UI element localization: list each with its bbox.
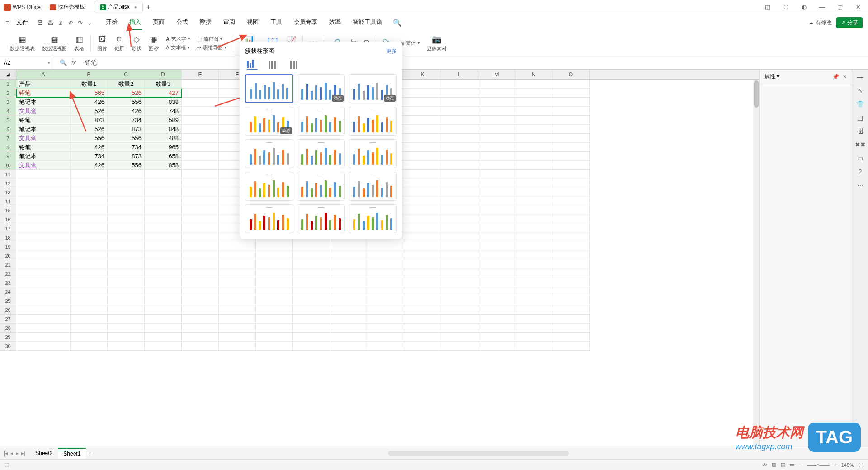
- cell-A24[interactable]: [16, 287, 71, 296]
- col-header-D[interactable]: D: [145, 70, 182, 79]
- col-header-N[interactable]: N: [515, 70, 552, 79]
- cell-O6[interactable]: [552, 125, 590, 134]
- cell-E9[interactable]: [182, 152, 219, 161]
- cell-G25[interactable]: [256, 296, 293, 306]
- cell-G23[interactable]: [256, 278, 293, 287]
- cell-O5[interactable]: [552, 116, 590, 125]
- cell-D26[interactable]: [145, 306, 182, 315]
- cell-C29[interactable]: [108, 333, 145, 342]
- menu-item-公式[interactable]: 公式: [175, 15, 189, 30]
- row-header-17[interactable]: 17: [0, 224, 16, 233]
- row-header-21[interactable]: 21: [0, 260, 16, 269]
- col-header-L[interactable]: L: [441, 70, 478, 79]
- cell-E28[interactable]: [182, 324, 219, 333]
- cell-E14[interactable]: [182, 197, 219, 206]
- cell-L17[interactable]: [441, 224, 478, 233]
- cell-J26[interactable]: [367, 306, 404, 315]
- cell-E29[interactable]: [182, 333, 219, 342]
- cell-O7[interactable]: [552, 134, 590, 143]
- row-header-10[interactable]: 10: [0, 161, 16, 170]
- cell-A27[interactable]: [16, 315, 71, 324]
- print-icon[interactable]: 🖶: [47, 19, 53, 26]
- cell-K11[interactable]: [404, 170, 441, 179]
- chart-thumb-9[interactable]: ——: [245, 172, 293, 201]
- cell-C5[interactable]: 734: [108, 116, 145, 125]
- cell-E21[interactable]: [182, 260, 219, 269]
- cell-K4[interactable]: [404, 107, 441, 116]
- cell-K29[interactable]: [404, 333, 441, 342]
- cell-K6[interactable]: [404, 125, 441, 134]
- cell-G24[interactable]: [256, 287, 293, 296]
- cell-N8[interactable]: [515, 143, 552, 152]
- cell-A20[interactable]: [16, 251, 71, 260]
- view-page-icon[interactable]: ▤: [781, 462, 785, 468]
- cell-K12[interactable]: [404, 179, 441, 188]
- cell-D2[interactable]: 427: [145, 89, 182, 98]
- cell-C6[interactable]: 873: [108, 125, 145, 134]
- status-mode-icon[interactable]: ⬚: [5, 462, 9, 468]
- cell-D19[interactable]: [145, 242, 182, 251]
- cell-O8[interactable]: [552, 143, 590, 152]
- cell-K3[interactable]: [404, 98, 441, 107]
- row-header-22[interactable]: 22: [0, 269, 16, 278]
- cell-A3[interactable]: 笔记本: [16, 98, 71, 107]
- cell-K10[interactable]: [404, 161, 441, 170]
- cell-M2[interactable]: [478, 89, 515, 98]
- cell-N7[interactable]: [515, 134, 552, 143]
- row-header-11[interactable]: 11: [0, 170, 16, 179]
- zoom-in[interactable]: +: [834, 462, 836, 468]
- row-header-16[interactable]: 16: [0, 215, 16, 224]
- cell-B10[interactable]: 426: [71, 161, 108, 170]
- cell-F25[interactable]: [219, 296, 256, 306]
- table-button[interactable]: ▥表格: [71, 34, 87, 52]
- cell-O30[interactable]: [552, 342, 590, 351]
- cell-L15[interactable]: [441, 206, 478, 215]
- zoom-slider[interactable]: ——○——: [807, 462, 830, 468]
- pivot-table-button[interactable]: ▦数据透视表: [7, 34, 38, 52]
- cell-E27[interactable]: [182, 315, 219, 324]
- cell-E6[interactable]: [182, 125, 219, 134]
- cell-C9[interactable]: 873: [108, 152, 145, 161]
- redo-icon[interactable]: ↷: [78, 19, 83, 26]
- modify-status[interactable]: ☁ 有修改: [808, 19, 832, 27]
- cell-I19[interactable]: [330, 242, 367, 251]
- cell-B11[interactable]: [71, 170, 108, 179]
- cell-E30[interactable]: [182, 342, 219, 351]
- fx-icon[interactable]: fx: [71, 59, 76, 66]
- chart-thumb-13[interactable]: ——: [297, 204, 345, 233]
- cell-C28[interactable]: [108, 324, 145, 333]
- cell-C16[interactable]: [108, 215, 145, 224]
- avatar-icon[interactable]: ◐: [797, 4, 810, 10]
- cell-L1[interactable]: [441, 80, 478, 89]
- cube-icon[interactable]: ⬡: [779, 4, 792, 10]
- col-header-C[interactable]: C: [108, 70, 145, 79]
- minimize-button[interactable]: —: [816, 4, 828, 10]
- chart-thumb-11[interactable]: ——: [349, 172, 397, 201]
- row-header-7[interactable]: 7: [0, 134, 16, 143]
- cell-M29[interactable]: [478, 333, 515, 342]
- cell-M30[interactable]: [478, 342, 515, 351]
- cell-C7[interactable]: 556: [108, 134, 145, 143]
- menu-item-视图[interactable]: 视图: [246, 15, 259, 30]
- cell-B17[interactable]: [71, 224, 108, 233]
- cell-E11[interactable]: [182, 170, 219, 179]
- cell-B26[interactable]: [71, 306, 108, 315]
- cell-K14[interactable]: [404, 197, 441, 206]
- cell-G20[interactable]: [256, 251, 293, 260]
- cell-B19[interactable]: [71, 242, 108, 251]
- menu-item-审阅[interactable]: 审阅: [222, 15, 236, 30]
- cell-L26[interactable]: [441, 306, 478, 315]
- row-header-24[interactable]: 24: [0, 287, 16, 296]
- cell-N11[interactable]: [515, 170, 552, 179]
- cell-D29[interactable]: [145, 333, 182, 342]
- cell-A25[interactable]: [16, 296, 71, 306]
- select-all-corner[interactable]: ◢: [0, 70, 16, 79]
- cell-K27[interactable]: [404, 315, 441, 324]
- sheet-last-icon[interactable]: ▸|: [21, 450, 25, 456]
- cell-B14[interactable]: [71, 197, 108, 206]
- cell-M12[interactable]: [478, 179, 515, 188]
- cell-F26[interactable]: [219, 306, 256, 315]
- cell-K17[interactable]: [404, 224, 441, 233]
- cell-O18[interactable]: [552, 233, 590, 242]
- cell-O24[interactable]: [552, 287, 590, 296]
